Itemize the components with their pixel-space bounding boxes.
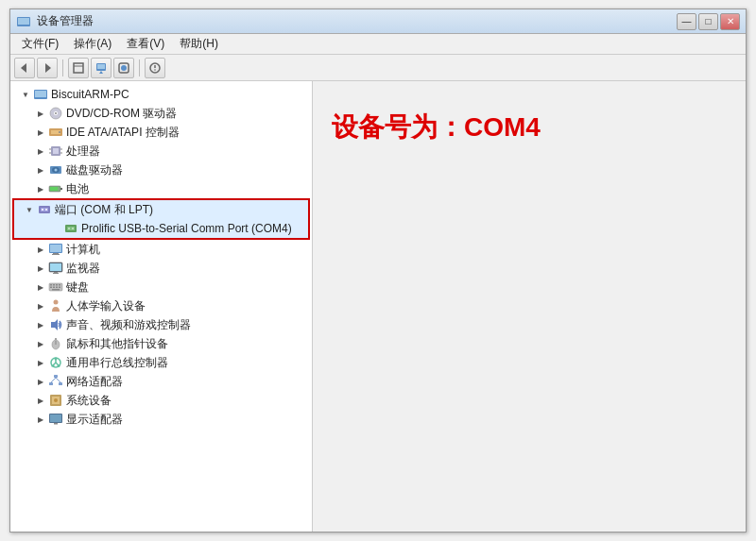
system-expander[interactable] <box>33 393 48 408</box>
cpu-icon <box>48 144 63 159</box>
svg-rect-53 <box>50 284 52 286</box>
menu-file[interactable]: 文件(F) <box>14 34 66 54</box>
svg-rect-51 <box>53 273 59 274</box>
mouse-expander[interactable] <box>33 336 48 351</box>
svg-point-32 <box>55 169 58 172</box>
tree-item-sound[interactable]: 声音、视频和游戏控制器 <box>10 315 312 334</box>
keyboard-expander[interactable] <box>33 279 48 295</box>
ide-expander[interactable] <box>33 125 48 140</box>
sound-expander[interactable] <box>33 317 48 332</box>
svg-rect-5 <box>74 63 83 73</box>
title-bar-left: 设备管理器 <box>16 13 94 29</box>
tree-item-system[interactable]: 系统设备 <box>10 391 312 410</box>
svg-rect-35 <box>50 187 58 191</box>
battery-label: 电池 <box>66 181 89 197</box>
dvd-expander[interactable] <box>33 106 48 121</box>
tree-item-usb-ctrl[interactable]: 通用串行总线控制器 <box>10 353 312 372</box>
svg-rect-56 <box>59 284 60 286</box>
svg-rect-61 <box>52 289 60 291</box>
back-button[interactable] <box>14 58 35 78</box>
monitor-icon <box>48 261 63 276</box>
tree-item-usb[interactable]: Prolific USB-to-Serial Comm Port (COM4) <box>14 219 308 238</box>
tree-item-cpu[interactable]: 处理器 <box>10 142 312 161</box>
svg-rect-76 <box>59 382 62 385</box>
monitor-label: 监视器 <box>66 261 100 277</box>
tree-item-computer[interactable]: 计算机 <box>10 240 312 259</box>
tree-item-monitor[interactable]: 监视器 <box>10 259 312 278</box>
disk-label: 磁盘驱动器 <box>66 162 123 178</box>
toolbar-btn-1[interactable] <box>68 58 89 78</box>
svg-marker-9 <box>99 71 103 74</box>
hid-label: 人体学输入设备 <box>66 298 146 314</box>
svg-rect-60 <box>59 287 60 289</box>
close-button[interactable]: ✕ <box>720 13 740 30</box>
svg-rect-16 <box>35 91 46 97</box>
tree-item-disk[interactable]: 磁盘驱动器 <box>10 161 312 179</box>
ide-icon <box>48 125 63 140</box>
svg-rect-45 <box>50 245 61 252</box>
port-expander[interactable] <box>22 202 37 217</box>
dvd-icon <box>48 106 63 121</box>
svg-point-23 <box>59 131 60 133</box>
display-icon <box>48 412 63 427</box>
svg-rect-47 <box>52 254 60 255</box>
mouse-icon <box>48 336 63 351</box>
cpu-expander[interactable] <box>33 144 48 159</box>
tree-item-ide[interactable]: IDE ATA/ATAPI 控制器 <box>10 123 312 142</box>
tree-item-display[interactable]: 显示适配器 <box>10 410 312 429</box>
disk-expander[interactable] <box>33 162 48 178</box>
tree-item-mouse[interactable]: 鼠标和其他指针设备 <box>10 334 312 353</box>
forward-button[interactable] <box>37 58 58 78</box>
network-expander[interactable] <box>33 374 48 389</box>
system-icon <box>48 393 63 408</box>
display-expander[interactable] <box>33 412 48 427</box>
menu-bar: 文件(F) 操作(A) 查看(V) 帮助(H) <box>10 34 746 55</box>
svg-point-62 <box>54 300 59 305</box>
menu-view[interactable]: 查看(V) <box>119 34 172 54</box>
svg-rect-34 <box>60 188 62 190</box>
tree-item-keyboard[interactable]: 键盘 <box>10 278 312 296</box>
tree-item-port[interactable]: 端口 (COM 和 LPT) <box>14 200 308 219</box>
computer-label: 计算机 <box>66 242 100 258</box>
toolbar <box>10 55 746 81</box>
svg-point-71 <box>55 358 58 361</box>
port-icon <box>37 202 52 217</box>
toolbar-btn-2[interactable] <box>91 58 112 78</box>
svg-rect-72 <box>52 365 55 367</box>
tree-item-hid[interactable]: 人体学输入设备 <box>10 296 312 315</box>
battery-icon <box>48 181 63 196</box>
toolbar-btn-4[interactable] <box>145 58 165 78</box>
usb-ctrl-expander[interactable] <box>33 355 48 370</box>
svg-point-38 <box>42 209 43 211</box>
toolbar-separator-2 <box>139 59 140 76</box>
mouse-label: 鼠标和其他指针设备 <box>66 336 168 352</box>
computer-expander[interactable] <box>33 242 48 257</box>
minimize-button[interactable]: — <box>677 13 696 30</box>
menu-action[interactable]: 操作(A) <box>66 34 119 54</box>
title-bar: 设备管理器 — □ ✕ <box>10 9 746 34</box>
window-icon <box>16 14 31 29</box>
system-label: 系统设备 <box>66 393 112 409</box>
maximize-button[interactable]: □ <box>698 13 718 30</box>
root-icon <box>33 87 48 102</box>
window-title: 设备管理器 <box>37 13 94 29</box>
menu-help[interactable]: 帮助(H) <box>172 34 226 54</box>
tree-root[interactable]: BiscuitARM-PC <box>10 85 312 104</box>
usb-label: Prolific USB-to-Serial Comm Port (COM4) <box>81 222 292 235</box>
svg-rect-84 <box>54 423 58 425</box>
svg-rect-83 <box>50 414 61 422</box>
hid-expander[interactable] <box>33 298 48 313</box>
toolbar-btn-3[interactable] <box>113 58 134 78</box>
svg-point-43 <box>72 228 74 229</box>
tree-item-battery[interactable]: 电池 <box>10 179 312 198</box>
root-expander[interactable] <box>18 87 33 102</box>
usb-ctrl-label: 通用串行总线控制器 <box>66 355 168 371</box>
disk-icon <box>48 162 63 178</box>
svg-point-14 <box>154 69 156 71</box>
battery-expander[interactable] <box>33 181 48 196</box>
monitor-expander[interactable] <box>33 261 48 276</box>
tree-item-dvd[interactable]: DVD/CD-ROM 驱动器 <box>10 104 312 123</box>
usb-ctrl-icon <box>48 355 63 370</box>
tree-item-network[interactable]: 网络适配器 <box>10 372 312 391</box>
svg-point-73 <box>58 364 60 367</box>
